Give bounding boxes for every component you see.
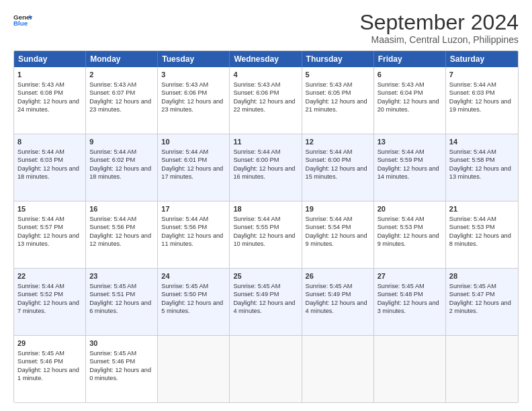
- day-number: 13: [378, 137, 442, 147]
- day-number: 12: [306, 137, 370, 147]
- day-cell-4: 4Sunrise: 5:43 AMSunset: 6:06 PMDaylight…: [230, 67, 302, 134]
- day-cell-18: 18Sunrise: 5:44 AMSunset: 5:55 PMDayligh…: [230, 201, 302, 268]
- day-number: 2: [89, 70, 154, 80]
- day-number: 5: [306, 70, 370, 80]
- day-number: 30: [89, 338, 154, 349]
- day-cell-11: 11Sunrise: 5:44 AMSunset: 6:00 PMDayligh…: [230, 134, 302, 201]
- day-cell-8: 8Sunrise: 5:44 AMSunset: 6:03 PMDaylight…: [14, 134, 86, 201]
- day-number: 9: [89, 137, 154, 147]
- day-number: 3: [161, 70, 226, 80]
- day-number: 19: [306, 204, 370, 214]
- header-day-sunday: Sunday: [14, 51, 86, 67]
- day-number: 11: [233, 137, 298, 147]
- calendar-row-4: 22Sunrise: 5:44 AMSunset: 5:52 PMDayligh…: [14, 269, 518, 336]
- day-number: 26: [306, 271, 370, 281]
- day-cell-16: 16Sunrise: 5:44 AMSunset: 5:56 PMDayligh…: [86, 201, 158, 268]
- day-number: 23: [89, 271, 154, 281]
- day-cell-1: 1Sunrise: 5:43 AMSunset: 6:08 PMDaylight…: [14, 67, 86, 134]
- title-block: September 2024 Maasim, Central Luzon, Ph…: [359, 11, 519, 45]
- empty-cell: [302, 336, 374, 402]
- day-cell-23: 23Sunrise: 5:45 AMSunset: 5:51 PMDayligh…: [86, 269, 158, 335]
- day-cell-12: 12Sunrise: 5:44 AMSunset: 6:00 PMDayligh…: [302, 134, 374, 201]
- day-cell-19: 19Sunrise: 5:44 AMSunset: 5:54 PMDayligh…: [302, 201, 374, 268]
- day-cell-20: 20Sunrise: 5:44 AMSunset: 5:53 PMDayligh…: [374, 201, 446, 268]
- day-cell-9: 9Sunrise: 5:44 AMSunset: 6:02 PMDaylight…: [86, 134, 158, 201]
- logo-icon: General Blue: [13, 11, 32, 30]
- calendar-body: 1Sunrise: 5:43 AMSunset: 6:08 PMDaylight…: [14, 67, 518, 402]
- day-number: 15: [17, 204, 82, 214]
- calendar-subtitle: Maasim, Central Luzon, Philippines: [359, 34, 519, 45]
- day-cell-27: 27Sunrise: 5:45 AMSunset: 5:48 PMDayligh…: [374, 269, 446, 335]
- svg-text:Blue: Blue: [13, 19, 28, 27]
- day-number: 7: [449, 70, 515, 80]
- day-number: 4: [233, 70, 298, 80]
- day-cell-15: 15Sunrise: 5:44 AMSunset: 5:57 PMDayligh…: [14, 201, 86, 268]
- calendar-title: September 2024: [359, 11, 519, 34]
- calendar-header: SundayMondayTuesdayWednesdayThursdayFrid…: [14, 51, 518, 67]
- day-cell-2: 2Sunrise: 5:43 AMSunset: 6:07 PMDaylight…: [86, 67, 158, 134]
- empty-cell: [446, 336, 518, 402]
- logo: General Blue: [13, 11, 32, 30]
- calendar-row-2: 8Sunrise: 5:44 AMSunset: 6:03 PMDaylight…: [14, 134, 518, 201]
- day-number: 21: [449, 204, 515, 214]
- day-number: 16: [89, 204, 154, 214]
- day-number: 27: [378, 271, 442, 281]
- header-day-saturday: Saturday: [446, 51, 518, 67]
- day-cell-10: 10Sunrise: 5:44 AMSunset: 6:01 PMDayligh…: [158, 134, 230, 201]
- day-cell-5: 5Sunrise: 5:43 AMSunset: 6:05 PMDaylight…: [302, 67, 374, 134]
- day-number: 8: [17, 137, 82, 147]
- empty-cell: [230, 336, 302, 402]
- day-number: 24: [161, 271, 226, 281]
- day-number: 25: [233, 271, 298, 281]
- day-cell-24: 24Sunrise: 5:45 AMSunset: 5:50 PMDayligh…: [158, 269, 230, 335]
- header-day-wednesday: Wednesday: [230, 51, 302, 67]
- empty-cell: [374, 336, 446, 402]
- day-cell-22: 22Sunrise: 5:44 AMSunset: 5:52 PMDayligh…: [14, 269, 86, 335]
- header-day-tuesday: Tuesday: [158, 51, 230, 67]
- day-number: 10: [161, 137, 226, 147]
- header-day-thursday: Thursday: [302, 51, 374, 67]
- day-cell-21: 21Sunrise: 5:44 AMSunset: 5:53 PMDayligh…: [446, 201, 518, 268]
- day-number: 22: [17, 271, 82, 281]
- day-number: 20: [378, 204, 442, 214]
- day-cell-28: 28Sunrise: 5:45 AMSunset: 5:47 PMDayligh…: [446, 269, 518, 335]
- header-day-friday: Friday: [374, 51, 446, 67]
- calendar-row-5: 29Sunrise: 5:45 AMSunset: 5:46 PMDayligh…: [14, 336, 518, 402]
- day-number: 28: [449, 271, 515, 281]
- day-cell-6: 6Sunrise: 5:43 AMSunset: 6:04 PMDaylight…: [374, 67, 446, 134]
- day-number: 17: [161, 204, 226, 214]
- day-number: 1: [17, 70, 82, 80]
- header: General Blue September 2024 Maasim, Cent…: [13, 11, 519, 45]
- day-cell-25: 25Sunrise: 5:45 AMSunset: 5:49 PMDayligh…: [230, 269, 302, 335]
- calendar: SundayMondayTuesdayWednesdayThursdayFrid…: [13, 50, 519, 403]
- day-cell-13: 13Sunrise: 5:44 AMSunset: 5:59 PMDayligh…: [374, 134, 446, 201]
- day-cell-14: 14Sunrise: 5:44 AMSunset: 5:58 PMDayligh…: [446, 134, 518, 201]
- empty-cell: [158, 336, 230, 402]
- day-cell-7: 7Sunrise: 5:44 AMSunset: 6:03 PMDaylight…: [446, 67, 518, 134]
- calendar-row-1: 1Sunrise: 5:43 AMSunset: 6:08 PMDaylight…: [14, 67, 518, 134]
- day-number: 6: [378, 70, 442, 80]
- day-cell-17: 17Sunrise: 5:44 AMSunset: 5:56 PMDayligh…: [158, 201, 230, 268]
- day-number: 14: [449, 137, 515, 147]
- day-cell-29: 29Sunrise: 5:45 AMSunset: 5:46 PMDayligh…: [14, 336, 86, 402]
- page: General Blue September 2024 Maasim, Cent…: [0, 0, 532, 411]
- day-cell-3: 3Sunrise: 5:43 AMSunset: 6:06 PMDaylight…: [158, 67, 230, 134]
- day-cell-30: 30Sunrise: 5:45 AMSunset: 5:46 PMDayligh…: [86, 336, 158, 402]
- day-number: 29: [17, 338, 82, 349]
- header-day-monday: Monday: [86, 51, 158, 67]
- day-number: 18: [233, 204, 298, 214]
- calendar-row-3: 15Sunrise: 5:44 AMSunset: 5:57 PMDayligh…: [14, 201, 518, 269]
- day-cell-26: 26Sunrise: 5:45 AMSunset: 5:49 PMDayligh…: [302, 269, 374, 335]
